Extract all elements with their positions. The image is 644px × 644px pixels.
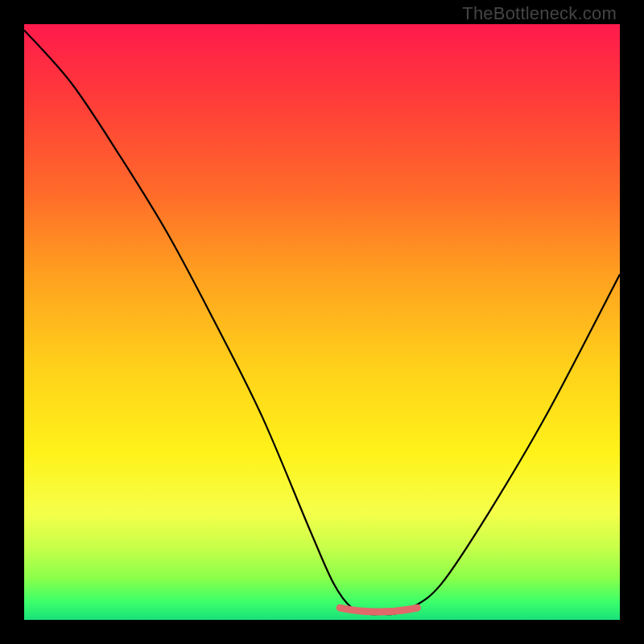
chart-frame: TheBottleneck.com <box>0 0 644 644</box>
curve-layer <box>24 24 620 620</box>
plot-area <box>24 24 620 620</box>
bottleneck-curve <box>24 30 620 614</box>
watermark-text: TheBottleneck.com <box>462 3 617 24</box>
optimal-range-highlight <box>340 608 417 612</box>
